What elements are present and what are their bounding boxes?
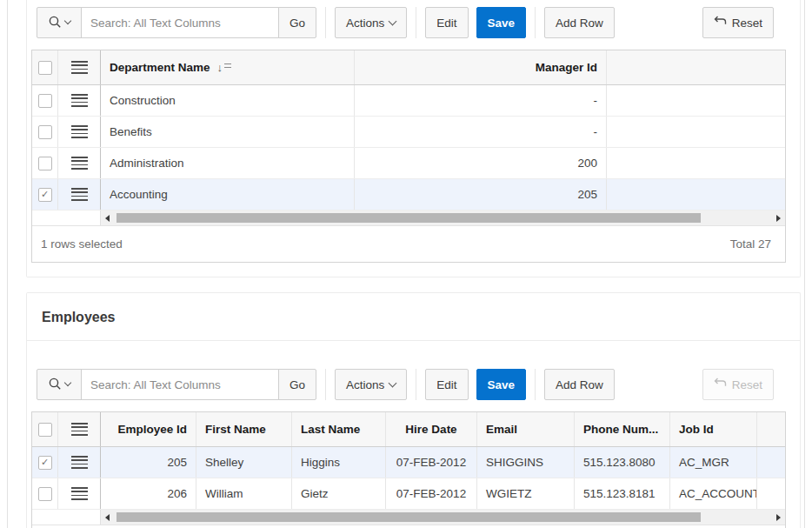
row-menu-icon[interactable] — [71, 487, 88, 500]
row-menu-icon[interactable] — [71, 456, 88, 469]
manager-id-cell[interactable]: - — [355, 117, 607, 147]
toolbar-separator — [535, 369, 536, 400]
table-row-selected[interactable]: Accounting 205 — [32, 179, 785, 211]
scroll-right-arrow[interactable] — [776, 215, 781, 222]
column-header-department-name[interactable]: Department Name ↓ — [101, 50, 355, 84]
department-name-cell[interactable]: Administration — [101, 148, 355, 178]
search-options-button[interactable] — [37, 369, 82, 400]
select-all-checkbox[interactable] — [38, 423, 52, 437]
departments-grid: Department Name ↓ Manager Id Constructio… — [31, 50, 786, 263]
column-label: Manager Id — [536, 61, 597, 74]
edit-button[interactable]: Edit — [425, 7, 468, 38]
horizontal-scrollbar — [32, 510, 785, 525]
employee-id-cell[interactable]: 205 — [101, 447, 196, 478]
email-cell[interactable]: SHIGGINS — [477, 447, 575, 478]
search-icon — [48, 377, 62, 393]
search-icon — [48, 15, 62, 31]
go-button[interactable]: Go — [278, 369, 316, 400]
column-header-first-name[interactable]: First Name — [196, 412, 292, 446]
table-row[interactable]: Benefits - — [32, 117, 785, 148]
first-name-cell[interactable]: William — [196, 478, 292, 509]
column-label: Last Name — [301, 423, 360, 436]
toolbar-separator — [416, 7, 416, 38]
select-all-checkbox[interactable] — [38, 61, 52, 75]
column-header-last-name[interactable]: Last Name — [292, 412, 386, 446]
row-checkbox[interactable] — [38, 94, 52, 108]
phone-number-cell[interactable]: 515.123.8181 — [575, 478, 670, 509]
scrollbar-thumb[interactable] — [116, 213, 701, 223]
reset-button[interactable]: Reset — [702, 7, 774, 38]
hire-date-cell[interactable]: 07-FEB-2012 — [386, 447, 477, 478]
scroll-left-arrow[interactable] — [105, 514, 110, 521]
actions-button[interactable]: Actions — [335, 7, 407, 38]
manager-id-cell[interactable]: - — [355, 85, 607, 116]
scrollbar-thumb[interactable] — [116, 512, 701, 522]
save-button[interactable]: Save — [476, 7, 527, 38]
chevron-down-icon — [389, 378, 397, 387]
add-row-button[interactable]: Add Row — [544, 7, 615, 38]
grid-menu-icon[interactable] — [71, 61, 88, 74]
table-row[interactable]: Construction - — [32, 85, 785, 117]
edit-button[interactable]: Edit — [425, 369, 468, 400]
search-input[interactable] — [81, 369, 279, 400]
actions-label: Actions — [346, 378, 384, 391]
row-menu-icon[interactable] — [71, 94, 88, 107]
table-row[interactable]: Administration 200 — [32, 148, 785, 179]
total-count: Total 27 — [730, 237, 771, 251]
manager-id-cell[interactable]: 200 — [355, 148, 607, 178]
scroll-right-arrow[interactable] — [776, 514, 781, 521]
save-button[interactable]: Save — [476, 369, 527, 400]
filler-column-header — [607, 50, 785, 84]
search-input[interactable] — [81, 7, 279, 38]
scrollbar-track[interactable] — [101, 211, 785, 225]
reset-button-disabled: Reset — [702, 369, 774, 400]
first-name-cell[interactable]: Shelley — [196, 447, 292, 478]
scroll-left-arrow[interactable] — [105, 215, 110, 222]
filler-column-header — [757, 412, 785, 446]
job-id-cell[interactable]: AC_MGR — [670, 447, 757, 478]
department-name-cell[interactable]: Benefits — [101, 117, 355, 147]
department-name-cell[interactable]: Construction — [101, 85, 355, 116]
toolbar-separator — [325, 369, 326, 400]
email-cell[interactable]: WGIETZ — [477, 478, 575, 509]
employees-toolbar: Go Actions Edit Save Add Row Reset — [31, 369, 786, 400]
column-header-phone-number[interactable]: Phone Num... — [575, 412, 670, 446]
table-row-selected[interactable]: 205 Shelley Higgins 07-FEB-2012 SHIGGINS… — [32, 447, 785, 478]
scrollbar-track[interactable] — [101, 510, 785, 525]
job-id-cell[interactable]: AC_ACCOUNT — [670, 478, 757, 509]
last-name-cell[interactable]: Gietz — [292, 478, 386, 509]
column-header-employee-id[interactable]: Employee Id — [101, 412, 196, 446]
reset-icon — [714, 378, 727, 391]
row-menu-icon[interactable] — [71, 188, 88, 201]
toolbar-separator — [535, 7, 536, 38]
add-row-button[interactable]: Add Row — [544, 369, 615, 400]
last-name-cell[interactable]: Higgins — [292, 447, 386, 478]
phone-number-cell[interactable]: 515.123.8080 — [575, 447, 670, 478]
selection-status: 1 rows selected — [41, 237, 123, 251]
employee-id-cell[interactable]: 206 — [101, 478, 196, 509]
hire-date-cell[interactable]: 07-FEB-2012 — [386, 478, 477, 509]
row-checkbox[interactable] — [38, 125, 52, 139]
column-header-email[interactable]: Email — [477, 412, 575, 446]
column-header-hire-date[interactable]: Hire Date — [386, 412, 477, 446]
chevron-down-icon — [64, 379, 71, 386]
column-header-job-id[interactable]: Job Id — [670, 412, 757, 446]
departments-grid-header: Department Name ↓ Manager Id — [32, 50, 785, 85]
actions-button[interactable]: Actions — [335, 369, 407, 400]
table-row[interactable]: 206 William Gietz 07-FEB-2012 WGIETZ 515… — [32, 478, 785, 510]
row-checkbox[interactable] — [38, 487, 52, 501]
row-checkbox[interactable] — [38, 188, 52, 202]
column-header-manager-id[interactable]: Manager Id — [355, 50, 607, 84]
department-name-cell[interactable]: Accounting — [101, 179, 355, 210]
search-options-button[interactable] — [37, 7, 82, 38]
go-button[interactable]: Go — [278, 7, 316, 38]
row-checkbox[interactable] — [38, 456, 52, 470]
manager-id-cell[interactable]: 205 — [355, 179, 607, 210]
row-menu-icon[interactable] — [71, 157, 88, 170]
chevron-down-icon — [389, 17, 397, 25]
row-menu-icon[interactable] — [71, 125, 88, 138]
grid-menu-icon[interactable] — [71, 423, 88, 436]
column-label: First Name — [205, 423, 266, 436]
row-checkbox[interactable] — [38, 157, 52, 170]
departments-grid-footer: 1 rows selected Total 27 — [32, 226, 785, 262]
